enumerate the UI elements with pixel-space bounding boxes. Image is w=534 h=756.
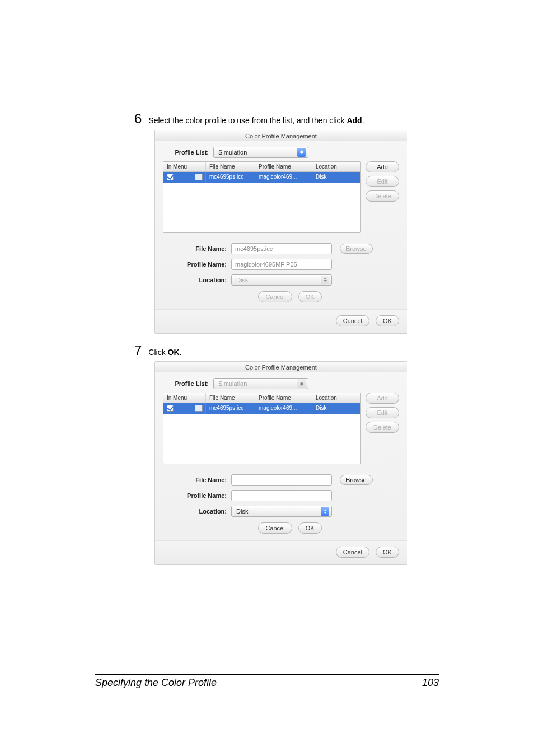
profile-name-field[interactable] xyxy=(231,490,332,501)
location-select[interactable]: Disk xyxy=(231,274,332,286)
in-menu-checkbox[interactable] xyxy=(167,174,174,180)
col-profile-name[interactable]: Profile Name xyxy=(255,393,312,403)
cell-location: Disk xyxy=(312,403,360,414)
add-button[interactable]: Add xyxy=(366,393,399,404)
location-label: Location: xyxy=(181,277,231,283)
step7-text: Click OK. xyxy=(148,347,181,358)
location-value: Disk xyxy=(236,508,248,515)
profile-list-value: Simulation xyxy=(218,149,247,156)
location-value: Disk xyxy=(236,277,248,283)
cell-file-name: mc4695ps.icc xyxy=(206,403,255,414)
step6-bold: Add xyxy=(346,116,362,125)
chevron-updown-icon xyxy=(321,276,329,284)
in-menu-checkbox[interactable] xyxy=(167,405,174,412)
footer-title: Specifying the Color Profile xyxy=(95,677,217,689)
step7-number: 7 xyxy=(134,344,142,357)
cancel-button[interactable]: Cancel xyxy=(336,547,369,558)
cancel-button[interactable]: Cancel xyxy=(336,315,369,326)
color-profile-dialog-1: Color Profile Management Profile List: S… xyxy=(154,130,407,334)
step6-text: Select the color profile to use from the… xyxy=(148,115,364,127)
inner-cancel-button[interactable]: Cancel xyxy=(258,522,292,534)
profile-list-label: Profile List: xyxy=(173,380,213,387)
profile-name-label: Profile Name: xyxy=(181,492,231,499)
cell-profile-name: magicolor469... xyxy=(255,403,312,414)
col-file-name[interactable]: File Name xyxy=(206,393,255,403)
step6-post: . xyxy=(362,116,364,125)
ok-button[interactable]: OK xyxy=(376,547,399,558)
profile-list-value: Simulation xyxy=(218,380,247,387)
step7-post: . xyxy=(180,348,182,357)
edit-button[interactable]: Edit xyxy=(366,176,399,187)
table-header: In Menu File Name Profile Name Location xyxy=(163,393,360,403)
col-source[interactable] xyxy=(191,393,206,403)
step7-pre: Click xyxy=(148,348,167,357)
table-row[interactable]: mc4695ps.icc magicolor469... Disk xyxy=(163,403,360,414)
file-name-label: File Name: xyxy=(181,477,231,483)
color-profile-dialog-2: Color Profile Management Profile List: S… xyxy=(154,361,407,565)
profile-table[interactable]: In Menu File Name Profile Name Location … xyxy=(163,161,361,233)
ok-button[interactable]: OK xyxy=(376,315,399,326)
cell-file-name: mc4695ps.icc xyxy=(206,172,255,183)
table-header: In Menu File Name Profile Name Location xyxy=(163,162,360,172)
file-name-field[interactable] xyxy=(231,474,332,486)
page-footer: Specifying the Color Profile 103 xyxy=(95,674,439,689)
col-source[interactable] xyxy=(191,162,206,171)
chevron-updown-icon xyxy=(297,379,306,388)
chevron-updown-icon xyxy=(297,148,306,157)
cell-location: Disk xyxy=(312,172,360,183)
profile-name-field[interactable]: magicolor4695MF P05 xyxy=(231,259,332,270)
inner-ok-button[interactable]: OK xyxy=(298,291,322,302)
inner-ok-button[interactable]: OK xyxy=(298,522,322,534)
file-name-label: File Name: xyxy=(181,245,231,252)
col-location[interactable]: Location xyxy=(312,162,360,171)
browse-button[interactable]: Browse xyxy=(340,244,373,254)
table-row[interactable]: mc4695ps.icc magicolor469... Disk xyxy=(163,172,360,183)
profile-name-label: Profile Name: xyxy=(181,261,231,268)
step6-pre: Select the color profile to use from the… xyxy=(148,116,346,125)
profile-table[interactable]: In Menu File Name Profile Name Location … xyxy=(163,393,361,464)
col-file-name[interactable]: File Name xyxy=(206,162,255,171)
browse-button[interactable]: Browse xyxy=(340,475,373,485)
col-in-menu[interactable]: In Menu xyxy=(163,393,191,403)
dialog-title: Color Profile Management xyxy=(155,130,407,141)
col-profile-name[interactable]: Profile Name xyxy=(255,162,312,171)
step6-number: 6 xyxy=(134,112,142,125)
footer-page-number: 103 xyxy=(422,677,439,689)
profile-list-select[interactable]: Simulation xyxy=(213,378,308,389)
source-icon xyxy=(195,174,203,180)
delete-button[interactable]: Delete xyxy=(366,190,399,202)
col-in-menu[interactable]: In Menu xyxy=(163,162,191,171)
source-icon xyxy=(195,405,203,412)
col-location[interactable]: Location xyxy=(312,393,360,403)
chevron-updown-icon xyxy=(321,507,329,516)
delete-button[interactable]: Delete xyxy=(366,422,399,433)
step7-bold: OK xyxy=(168,348,180,357)
dialog-title: Color Profile Management xyxy=(155,362,407,372)
edit-button[interactable]: Edit xyxy=(366,407,399,418)
profile-list-select[interactable]: Simulation xyxy=(213,147,308,158)
cell-profile-name: magicolor469... xyxy=(255,172,312,183)
add-button[interactable]: Add xyxy=(366,161,399,172)
inner-cancel-button[interactable]: Cancel xyxy=(258,291,292,302)
location-select[interactable]: Disk xyxy=(231,506,332,517)
location-label: Location: xyxy=(181,508,231,515)
profile-list-label: Profile List: xyxy=(173,149,213,156)
file-name-field[interactable]: mc4695ps.icc xyxy=(231,243,332,254)
